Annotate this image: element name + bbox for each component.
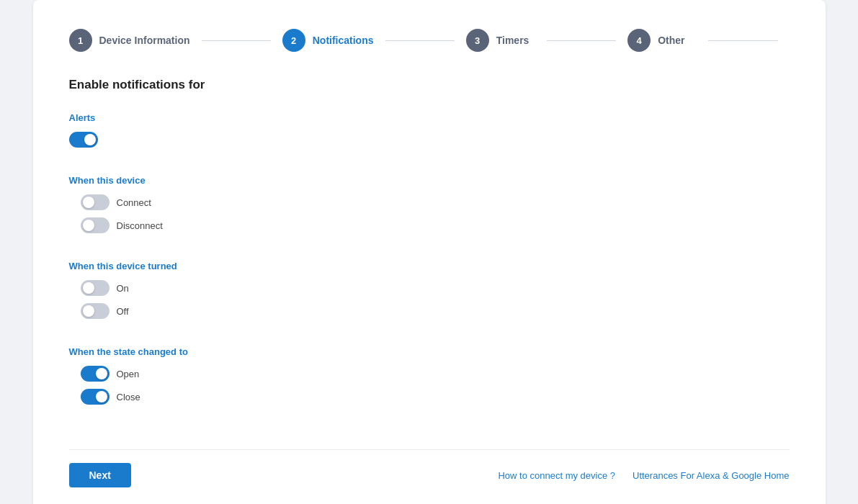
step-1-circle: 1 (69, 29, 92, 52)
step-3-circle: 3 (466, 29, 489, 52)
step-line-4 (708, 40, 777, 41)
toggle-disconnect-row: Disconnect (81, 217, 790, 233)
toggle-turned-on[interactable] (81, 280, 110, 296)
step-3-label: Timers (496, 35, 529, 46)
when-turned-toggles: On Off (81, 280, 790, 319)
next-button[interactable]: Next (69, 463, 131, 487)
toggle-connect-row: Connect (81, 194, 790, 210)
state-changed-toggles: Open Close (81, 366, 790, 405)
footer: Next How to connect my device ? Utteranc… (69, 450, 790, 487)
step-1-label: Device Information (99, 35, 190, 46)
step-4-circle: 4 (627, 29, 651, 52)
group-alerts: Alerts (69, 112, 790, 155)
toggle-connect[interactable] (81, 194, 110, 210)
group-alerts-label: Alerts (69, 112, 790, 123)
toggle-close-row: Close (81, 389, 790, 405)
toggle-close[interactable] (81, 389, 110, 405)
group-state-changed: When the state changed to Open Close (69, 346, 790, 412)
step-2: 2 Notifications (282, 29, 374, 52)
step-1: 1 Device Information (69, 29, 190, 52)
step-4-label: Other (658, 35, 684, 46)
stepper: 1 Device Information 2 Notifications 3 T… (69, 29, 790, 52)
toggle-alerts[interactable] (69, 132, 98, 148)
toggle-off-row: Off (81, 303, 790, 319)
toggle-off-label: Off (117, 306, 129, 317)
step-4: 4 Other (627, 29, 697, 52)
step-line-3 (547, 40, 616, 41)
utterances-link[interactable]: Utterances For Alexa & Google Home (633, 470, 790, 481)
footer-links: How to connect my device ? Utterances Fo… (498, 470, 789, 481)
step-line-2 (385, 40, 455, 41)
when-device-toggles: Connect Disconnect (81, 194, 790, 233)
toggle-close-label: Close (117, 392, 140, 402)
toggle-disconnect[interactable] (81, 217, 110, 233)
toggle-on-row: On (81, 280, 790, 296)
toggle-disconnect-label: Disconnect (117, 220, 163, 231)
toggle-open-label: Open (117, 369, 140, 379)
step-3: 3 Timers (466, 29, 535, 52)
toggle-alerts-row (69, 132, 790, 148)
group-when-device-label: When this device (69, 175, 790, 186)
toggle-open-row: Open (81, 366, 790, 382)
toggle-connect-label: Connect (117, 197, 151, 208)
main-card: 1 Device Information 2 Notifications 3 T… (33, 0, 826, 504)
group-when-turned: When this device turned On Off (69, 261, 790, 326)
toggle-on-label: On (117, 283, 129, 294)
how-to-connect-link[interactable]: How to connect my device ? (498, 470, 615, 481)
group-when-turned-label: When this device turned (69, 261, 790, 271)
step-2-label: Notifications (313, 35, 374, 46)
section-title: Enable notifications for (69, 78, 790, 92)
toggle-open[interactable] (81, 366, 110, 382)
group-when-device: When this device Connect Disconnect (69, 175, 790, 240)
step-2-circle: 2 (282, 29, 305, 52)
group-state-changed-label: When the state changed to (69, 346, 790, 357)
toggle-turned-off[interactable] (81, 303, 110, 319)
step-line-1 (202, 40, 271, 41)
